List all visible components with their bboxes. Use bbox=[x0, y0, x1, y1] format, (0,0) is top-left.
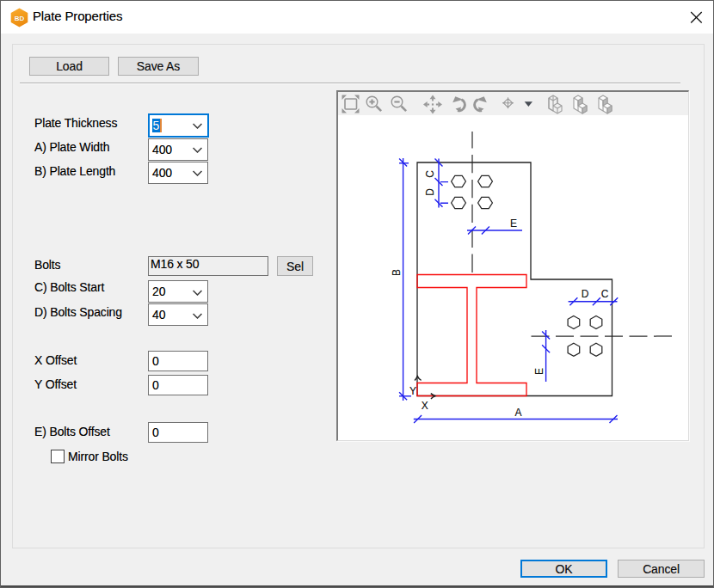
svg-text:D: D bbox=[582, 288, 589, 300]
svg-text:C: C bbox=[601, 288, 609, 300]
svg-text:B: B bbox=[391, 269, 403, 276]
svg-text:E: E bbox=[533, 368, 545, 375]
svg-text:C: C bbox=[424, 170, 436, 178]
svg-text:BD: BD bbox=[15, 15, 25, 22]
svg-text:E: E bbox=[510, 217, 517, 230]
svg-text:A: A bbox=[515, 407, 522, 419]
svg-text:Y: Y bbox=[409, 385, 416, 397]
svg-text:X: X bbox=[422, 400, 428, 412]
svg-text:D: D bbox=[424, 188, 436, 196]
